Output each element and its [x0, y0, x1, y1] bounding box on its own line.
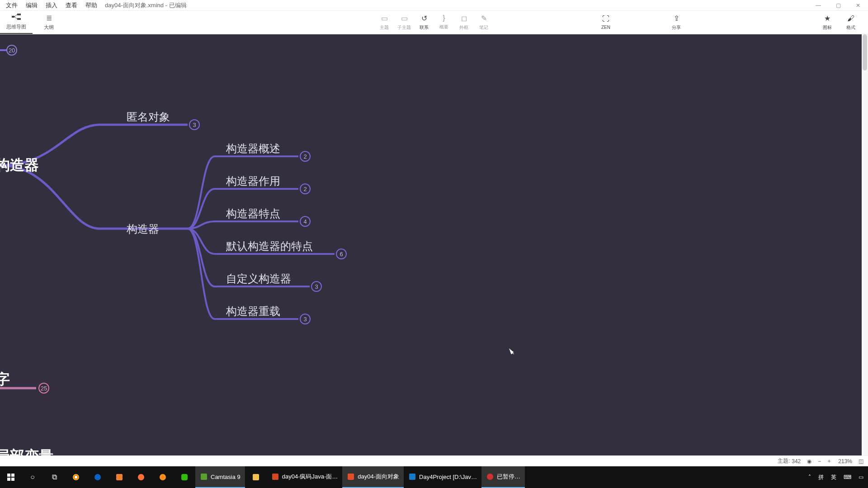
- node-constructor-features[interactable]: 构造器特点: [226, 206, 280, 221]
- collapse-badge-anon[interactable]: 3: [189, 119, 200, 130]
- firefox-icon[interactable]: [130, 466, 152, 488]
- collapse-badge-c4[interactable]: 3: [311, 281, 322, 292]
- collapse-badge-c1[interactable]: 2: [300, 183, 311, 194]
- camtasia-icon: [200, 473, 208, 481]
- toolbar-marker-label: 笔记: [479, 24, 488, 31]
- task-camtasia[interactable]: Camtasia 9: [195, 466, 245, 488]
- toolbar-zen[interactable]: ⛶ ZEN: [593, 15, 618, 30]
- relation-icon: ↺: [421, 14, 427, 23]
- mindmap-icon: [12, 14, 21, 22]
- app-icon-1[interactable]: [108, 466, 130, 488]
- search-button[interactable]: ○: [22, 466, 43, 488]
- eye-icon: ◉: [807, 458, 811, 465]
- zoom-in[interactable]: ＋: [826, 457, 832, 465]
- task-xmind[interactable]: day04-面向对象: [342, 466, 404, 488]
- node-constructor-overload[interactable]: 构造器重载: [226, 304, 280, 319]
- root-node-constructor[interactable]: 构造器: [0, 155, 39, 175]
- star-icon: ★: [824, 14, 830, 23]
- collapse-badge-pink[interactable]: 25: [38, 383, 49, 394]
- tray-ime2[interactable]: 英: [829, 474, 838, 481]
- toolbar-share-label: 分享: [672, 24, 681, 31]
- node-anonymous-object[interactable]: 匿名对象: [127, 110, 170, 124]
- node-constructor-usage[interactable]: 构造器作用: [226, 174, 280, 188]
- collapse-badge[interactable]: 20: [6, 45, 17, 56]
- vertical-scroll-thumb[interactable]: [863, 34, 867, 70]
- collapse-badge-c3[interactable]: 6: [336, 249, 347, 259]
- window-minimize[interactable]: —: [808, 0, 828, 11]
- status-topics-count: 342: [792, 458, 801, 465]
- vertical-scrollbar[interactable]: [862, 34, 868, 470]
- toolbar-topic-label: 主题: [380, 24, 389, 31]
- collapse-badge-c0[interactable]: 2: [300, 151, 311, 162]
- svg-rect-5: [7, 474, 10, 477]
- statusbar: 主题: 342 ◉ − ＋ 213% ◫: [0, 455, 868, 466]
- window-close[interactable]: ✕: [848, 0, 868, 11]
- task-ppt[interactable]: day04-疯码Java-面…: [267, 466, 343, 488]
- subtopic-icon: ▭: [401, 14, 408, 23]
- status-view-toggle[interactable]: ◉: [807, 458, 811, 465]
- toolbar-zen-label: ZEN: [601, 25, 610, 30]
- collapse-badge-c5[interactable]: 3: [300, 314, 311, 324]
- record-icon: [486, 473, 494, 481]
- tray-chevron-up-icon[interactable]: ˄: [807, 474, 813, 480]
- node-constructor[interactable]: 构造器: [127, 222, 159, 236]
- wechat-icon[interactable]: [174, 466, 195, 488]
- status-map-icon[interactable]: ◫: [859, 458, 863, 465]
- menu-edit[interactable]: 编辑: [22, 0, 42, 11]
- node-constructor-overview[interactable]: 构造器概述: [226, 141, 280, 156]
- svg-rect-3: [17, 14, 21, 15]
- tab-mindmap-label: 思维导图: [6, 23, 26, 30]
- toolbar-relation-label: 联系: [420, 24, 429, 31]
- tray-keyboard-icon[interactable]: ⌨: [842, 474, 853, 480]
- task-ppt-label: day04-疯码Java-面…: [282, 473, 338, 481]
- node-custom-constructor[interactable]: 自定义构造器: [226, 272, 291, 286]
- toolbar-summary[interactable]: } 概要: [434, 14, 454, 31]
- root-node-char[interactable]: 字: [0, 370, 10, 389]
- status-topics-label: 主题:: [778, 457, 790, 465]
- task-idea[interactable]: Day4Project [D:\Jav…: [404, 466, 481, 488]
- tray-ime1[interactable]: 拼: [816, 474, 826, 481]
- toolbar-boundary[interactable]: ◻ 外框: [454, 14, 474, 31]
- svg-line-2: [14, 17, 17, 19]
- toolbar-subtopic[interactable]: ▭ 子主题: [394, 14, 414, 31]
- chrome-icon[interactable]: [65, 466, 87, 488]
- zoom-out[interactable]: −: [818, 458, 821, 465]
- toolbar-iconset[interactable]: ★ 图标: [816, 14, 839, 31]
- mindmap-canvas[interactable]: 20 构造器 匿名对象 3 构造器 构造器概述 2 构造器作用 2 构造器特点 …: [0, 34, 868, 476]
- node-default-constructor-features[interactable]: 默认构造器的特点: [226, 239, 313, 253]
- svg-rect-7: [7, 478, 10, 481]
- svg-rect-0: [12, 16, 14, 18]
- edge-icon[interactable]: [87, 466, 108, 488]
- toolbar-boundary-label: 外框: [459, 24, 468, 31]
- tray-notifications-icon[interactable]: ▭: [857, 474, 865, 480]
- share-icon: ⇪: [674, 14, 679, 23]
- toolbar-format[interactable]: 🖌 格式: [839, 14, 863, 31]
- menu-view[interactable]: 查看: [61, 0, 81, 11]
- status-zoom[interactable]: 213%: [838, 458, 852, 465]
- collapse-badge-c2[interactable]: 4: [300, 216, 311, 227]
- toolbar-relation[interactable]: ↺ 联系: [414, 14, 434, 31]
- svg-rect-4: [17, 18, 21, 20]
- start-button[interactable]: [0, 466, 22, 488]
- everything-icon[interactable]: [152, 466, 174, 488]
- toolbar-marker[interactable]: ✎ 笔记: [474, 14, 494, 31]
- system-tray: ˄ 拼 英 ⌨ ▭: [807, 474, 868, 481]
- tab-mindmap[interactable]: 思维导图: [0, 11, 33, 34]
- menu-insert[interactable]: 插入: [42, 0, 61, 11]
- branch-lines: [0, 34, 868, 476]
- window-maximize[interactable]: ▢: [828, 0, 848, 11]
- toolbar-share[interactable]: ⇪ 分享: [664, 14, 689, 31]
- explorer-icon[interactable]: [245, 466, 267, 488]
- idea-icon: [408, 473, 416, 481]
- tab-outline[interactable]: ≣ 大纲: [33, 11, 65, 34]
- outline-icon: ≣: [46, 14, 52, 22]
- task-view-button[interactable]: ⧉: [43, 466, 65, 488]
- toolbar-summary-label: 概要: [439, 24, 448, 30]
- window-title: day04-面向对象.xmind - 已编辑: [105, 1, 187, 9]
- task-idea-label: Day4Project [D:\Jav…: [419, 474, 477, 480]
- menu-help[interactable]: 帮助: [81, 0, 101, 11]
- toolbar-topic[interactable]: ▭ 主题: [374, 14, 394, 31]
- task-paused[interactable]: 已暂停…: [481, 466, 525, 488]
- toolbar-iconset-label: 图标: [823, 24, 832, 31]
- menu-file[interactable]: 文件: [2, 0, 22, 11]
